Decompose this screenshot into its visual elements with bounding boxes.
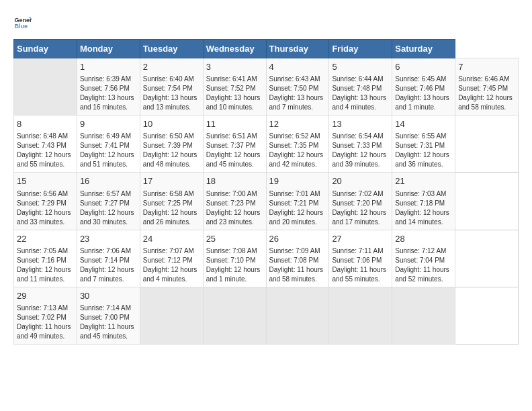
day-number: 26 [269,233,326,245]
calendar-week-4: 22Sunrise: 7:05 AM Sunset: 7:16 PM Dayli… [14,230,519,287]
day-cell-6: 6Sunrise: 6:45 AM Sunset: 7:46 PM Daylig… [392,58,455,116]
calendar-week-2: 8Sunrise: 6:48 AM Sunset: 7:43 PM Daylig… [14,116,519,173]
day-number: 19 [269,175,326,187]
day-info: Sunrise: 6:48 AM Sunset: 7:43 PM Dayligh… [17,132,74,169]
day-number: 25 [206,233,263,245]
svg-text:Blue: Blue [14,23,28,30]
day-cell-26: 26Sunrise: 7:09 AM Sunset: 7:08 PM Dayli… [266,230,329,287]
day-header-monday: Monday [77,40,140,58]
day-number: 2 [143,61,200,73]
empty-cell [329,287,392,344]
day-header-wednesday: Wednesday [203,40,266,58]
empty-cell [266,287,329,344]
day-info: Sunrise: 6:44 AM Sunset: 7:48 PM Dayligh… [332,75,389,112]
day-number: 1 [80,61,137,73]
day-number: 8 [17,118,74,130]
empty-cell [392,287,455,344]
day-cell-10: 10Sunrise: 6:50 AM Sunset: 7:39 PM Dayli… [140,116,203,173]
day-cell-22: 22Sunrise: 7:05 AM Sunset: 7:16 PM Dayli… [14,230,77,287]
day-info: Sunrise: 6:49 AM Sunset: 7:41 PM Dayligh… [80,132,137,169]
day-info: Sunrise: 7:05 AM Sunset: 7:16 PM Dayligh… [17,246,74,284]
day-cell-4: 4Sunrise: 6:43 AM Sunset: 7:50 PM Daylig… [266,58,329,116]
day-header-sunday: Sunday [14,40,77,58]
day-number: 13 [332,118,389,130]
day-number: 10 [143,118,200,130]
day-number: 22 [17,233,74,245]
day-info: Sunrise: 6:50 AM Sunset: 7:39 PM Dayligh… [143,132,200,169]
day-number: 17 [143,175,200,187]
day-info: Sunrise: 6:55 AM Sunset: 7:31 PM Dayligh… [395,132,452,169]
day-info: Sunrise: 6:52 AM Sunset: 7:35 PM Dayligh… [269,132,326,169]
day-cell-9: 9Sunrise: 6:49 AM Sunset: 7:41 PM Daylig… [77,116,140,173]
day-info: Sunrise: 6:45 AM Sunset: 7:46 PM Dayligh… [395,75,452,112]
day-info: Sunrise: 6:40 AM Sunset: 7:54 PM Dayligh… [143,75,200,112]
day-cell-23: 23Sunrise: 7:06 AM Sunset: 7:14 PM Dayli… [77,230,140,287]
day-number: 4 [269,61,326,73]
empty-cell [203,287,266,344]
day-header-saturday: Saturday [392,40,455,58]
day-info: Sunrise: 7:09 AM Sunset: 7:08 PM Dayligh… [269,246,326,284]
day-info: Sunrise: 7:03 AM Sunset: 7:18 PM Dayligh… [395,189,452,227]
calendar-week-5: 29Sunrise: 7:13 AM Sunset: 7:02 PM Dayli… [14,287,519,344]
day-info: Sunrise: 6:46 AM Sunset: 7:45 PM Dayligh… [458,75,515,112]
day-number: 3 [206,61,263,73]
day-number: 15 [17,175,74,187]
day-info: Sunrise: 7:06 AM Sunset: 7:14 PM Dayligh… [80,246,137,284]
day-info: Sunrise: 7:12 AM Sunset: 7:04 PM Dayligh… [395,246,452,284]
empty-cell [140,287,203,344]
logo-icon: General Blue [13,13,32,32]
page-header: General Blue [13,13,519,32]
calendar-header: SundayMondayTuesdayWednesdayThursdayFrid… [14,40,519,58]
day-info: Sunrise: 6:54 AM Sunset: 7:33 PM Dayligh… [332,132,389,169]
day-cell-29: 29Sunrise: 7:13 AM Sunset: 7:02 PM Dayli… [14,287,77,344]
day-cell-27: 27Sunrise: 7:11 AM Sunset: 7:06 PM Dayli… [329,230,392,287]
day-number: 5 [332,61,389,73]
day-cell-5: 5Sunrise: 6:44 AM Sunset: 7:48 PM Daylig… [329,58,392,116]
day-cell-21: 21Sunrise: 7:03 AM Sunset: 7:18 PM Dayli… [392,173,455,230]
day-number: 20 [332,175,389,187]
day-info: Sunrise: 7:14 AM Sunset: 7:00 PM Dayligh… [80,304,137,341]
calendar-week-1: 1Sunrise: 6:39 AM Sunset: 7:56 PM Daylig… [14,58,519,116]
day-number: 6 [395,61,452,73]
day-info: Sunrise: 7:02 AM Sunset: 7:20 PM Dayligh… [332,189,389,227]
day-cell-16: 16Sunrise: 6:57 AM Sunset: 7:27 PM Dayli… [77,173,140,230]
day-info: Sunrise: 6:51 AM Sunset: 7:37 PM Dayligh… [206,132,263,169]
day-info: Sunrise: 6:39 AM Sunset: 7:56 PM Dayligh… [80,75,137,112]
day-number: 29 [17,290,74,302]
calendar-table: SundayMondayTuesdayWednesdayThursdayFrid… [13,39,519,345]
day-cell-19: 19Sunrise: 7:01 AM Sunset: 7:21 PM Dayli… [266,173,329,230]
day-info: Sunrise: 7:13 AM Sunset: 7:02 PM Dayligh… [17,304,74,341]
day-cell-7: 7Sunrise: 6:46 AM Sunset: 7:45 PM Daylig… [455,58,519,116]
day-cell-17: 17Sunrise: 6:58 AM Sunset: 7:25 PM Dayli… [140,173,203,230]
day-info: Sunrise: 7:11 AM Sunset: 7:06 PM Dayligh… [332,246,389,284]
day-info: Sunrise: 6:58 AM Sunset: 7:25 PM Dayligh… [143,189,200,227]
day-info: Sunrise: 7:01 AM Sunset: 7:21 PM Dayligh… [269,189,326,227]
day-number: 12 [269,118,326,130]
day-cell-14: 14Sunrise: 6:55 AM Sunset: 7:31 PM Dayli… [392,116,455,173]
day-number: 16 [80,175,137,187]
day-cell-13: 13Sunrise: 6:54 AM Sunset: 7:33 PM Dayli… [329,116,392,173]
day-info: Sunrise: 6:43 AM Sunset: 7:50 PM Dayligh… [269,75,326,112]
day-number: 27 [332,233,389,245]
day-cell-8: 8Sunrise: 6:48 AM Sunset: 7:43 PM Daylig… [14,116,77,173]
day-cell-30: 30Sunrise: 7:14 AM Sunset: 7:00 PM Dayli… [77,287,140,344]
day-cell-3: 3Sunrise: 6:41 AM Sunset: 7:52 PM Daylig… [203,58,266,116]
day-number: 30 [80,290,137,302]
day-cell-1: 1Sunrise: 6:39 AM Sunset: 7:56 PM Daylig… [77,58,140,116]
day-number: 11 [206,118,263,130]
calendar-week-3: 15Sunrise: 6:56 AM Sunset: 7:29 PM Dayli… [14,173,519,230]
day-number: 23 [80,233,137,245]
day-info: Sunrise: 6:56 AM Sunset: 7:29 PM Dayligh… [17,189,74,227]
day-number: 24 [143,233,200,245]
empty-cell [14,58,77,116]
day-cell-25: 25Sunrise: 7:08 AM Sunset: 7:10 PM Dayli… [203,230,266,287]
day-info: Sunrise: 7:00 AM Sunset: 7:23 PM Dayligh… [206,189,263,227]
day-number: 7 [458,61,515,73]
day-info: Sunrise: 6:57 AM Sunset: 7:27 PM Dayligh… [80,189,137,227]
day-number: 28 [395,233,452,245]
day-cell-15: 15Sunrise: 6:56 AM Sunset: 7:29 PM Dayli… [14,173,77,230]
day-cell-2: 2Sunrise: 6:40 AM Sunset: 7:54 PM Daylig… [140,58,203,116]
day-header-friday: Friday [329,40,392,58]
day-cell-11: 11Sunrise: 6:51 AM Sunset: 7:37 PM Dayli… [203,116,266,173]
day-info: Sunrise: 7:07 AM Sunset: 7:12 PM Dayligh… [143,246,200,284]
